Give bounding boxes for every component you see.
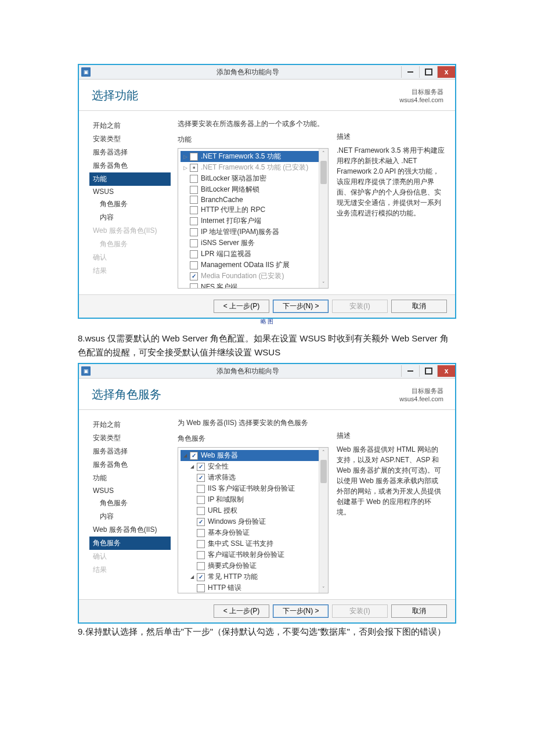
description-text: Web 服务器提供对 HTML 网站的支持，以及对 ASP.NET、ASP 和 …: [337, 444, 445, 517]
roles-heading: 角色服务: [178, 434, 329, 444]
instruction-text: 选择要安装在所选服务器上的一个或多个功能。: [178, 119, 329, 129]
sidebar-item-disabled: 确认: [89, 550, 171, 563]
instruction-text: 为 Web 服务器(IIS) 选择要安装的角色服务: [178, 418, 329, 428]
role-item[interactable]: 客户端证书映射身份验证: [181, 549, 326, 560]
role-item[interactable]: 安全性: [181, 461, 326, 472]
description-text: .NET Framework 3.5 将用于构建应用程序的新技术融入 .NET …: [337, 145, 445, 218]
maximize-button[interactable]: [419, 365, 437, 377]
features-listbox[interactable]: .NET Framework 3.5 功能 .NET Framework 4.5…: [178, 148, 329, 289]
role-item[interactable]: Windows 身份验证: [181, 516, 326, 527]
target-server-label: 目标服务器: [399, 387, 443, 395]
feature-item[interactable]: HTTP 代理上的 RPC: [181, 204, 326, 215]
role-item[interactable]: 基本身份验证: [181, 527, 326, 538]
scrollbar[interactable]: ˄˅: [319, 448, 328, 593]
sidebar-item[interactable]: 服务器角色: [89, 458, 171, 471]
sidebar-item-disabled: Web 服务器角色(IIS): [89, 224, 171, 237]
role-item[interactable]: IP 和域限制: [181, 494, 326, 505]
feature-item-selected[interactable]: .NET Framework 3.5 功能: [181, 151, 326, 162]
sidebar-item[interactable]: 服务器角色: [89, 159, 171, 172]
sidebar-item[interactable]: 内容: [89, 211, 171, 224]
titlebar: ▣ 添加角色和功能向导 x: [79, 364, 455, 379]
install-button: 安装(I): [332, 604, 388, 618]
feature-item[interactable]: BitLocker 网络解锁: [181, 184, 326, 195]
sidebar-item[interactable]: 内容: [89, 510, 171, 523]
wizard-select-features: ▣ 添加角色和功能向导 x 选择功能 目标服务器 wsus4.feel.com …: [78, 64, 456, 319]
document-paragraph-8: 8.wsus 仅需要默认的 Web Server 角色配置。如果在设置 WSUS…: [78, 332, 456, 359]
sidebar-item[interactable]: 安装类型: [89, 132, 171, 146]
maximize-button[interactable]: [419, 66, 437, 78]
sidebar-item[interactable]: WSUS: [89, 186, 171, 197]
sidebar-item-disabled: 角色服务: [89, 237, 171, 251]
wizard-footer: < 上一步(P) 下一步(N) > 安装(I) 取消: [79, 294, 455, 318]
app-icon: ▣: [81, 67, 91, 77]
window-title: 添加角色和功能向导: [94, 366, 401, 376]
role-item[interactable]: 常见 HTTP 功能: [181, 571, 326, 582]
role-item[interactable]: 请求筛选: [181, 472, 326, 483]
sidebar-item[interactable]: 服务器选择: [89, 445, 171, 458]
sidebar-item[interactable]: 角色服务: [89, 496, 171, 510]
role-item[interactable]: URL 授权: [181, 505, 326, 516]
install-button: 安装(I): [332, 300, 388, 313]
page-title: 选择功能: [92, 88, 138, 103]
wizard-sidebar: 开始之前 安装类型 服务器选择 服务器角色 功能 WSUS 角色服务 内容 We…: [79, 410, 174, 599]
sidebar-item-disabled: 结果: [89, 264, 171, 278]
wizard-select-role-services: ▣ 添加角色和功能向导 x 选择角色服务 目标服务器 wsus4.feel.co…: [78, 363, 456, 624]
window-title: 添加角色和功能向导: [94, 67, 401, 77]
role-item[interactable]: IIS 客户端证书映射身份验证: [181, 483, 326, 494]
page-title: 选择角色服务: [92, 387, 161, 402]
document-paragraph-9: 9.保持默认选择，然后单击"下一步"（保持默认勾选，不要勾选"数据库"，否则会报…: [78, 625, 456, 639]
feature-item[interactable]: iSNS Server 服务: [181, 237, 326, 249]
feature-item[interactable]: NFS 客户端: [181, 282, 326, 289]
feature-item[interactable]: LPR 端口监视器: [181, 249, 326, 260]
sidebar-item[interactable]: 功能: [89, 471, 171, 485]
target-server-value: wsus4.feel.com: [399, 96, 443, 103]
previous-button[interactable]: < 上一步(P): [214, 300, 269, 313]
target-server-value: wsus4.feel.com: [399, 395, 443, 402]
minimize-button[interactable]: [401, 66, 419, 78]
sidebar-item[interactable]: 服务器选择: [89, 146, 171, 159]
role-item-selected[interactable]: Web 服务器: [181, 450, 326, 461]
titlebar: ▣ 添加角色和功能向导 x: [79, 65, 455, 80]
feature-item[interactable]: BranchCache: [181, 195, 326, 204]
app-icon: ▣: [81, 366, 91, 376]
feature-item[interactable]: .NET Framework 4.5 功能 (已安装): [181, 162, 326, 173]
sidebar-item[interactable]: 安装类型: [89, 431, 171, 445]
target-server-label: 目标服务器: [399, 88, 443, 96]
feature-item[interactable]: Media Foundation (已安装): [181, 271, 326, 282]
sidebar-item[interactable]: WSUS: [89, 485, 171, 496]
feature-item[interactable]: Management OData IIS 扩展: [181, 260, 326, 271]
close-button[interactable]: x: [437, 66, 455, 78]
minimize-button[interactable]: [401, 365, 419, 377]
feature-item[interactable]: IP 地址管理(IPAM)服务器: [181, 226, 326, 237]
sidebar-item[interactable]: Web 服务器角色(IIS): [89, 523, 171, 537]
sidebar-item-selected[interactable]: 功能: [89, 172, 171, 186]
next-button[interactable]: 下一步(N) >: [273, 300, 329, 313]
close-button[interactable]: x: [437, 365, 455, 377]
role-item[interactable]: HTTP 错误: [181, 582, 326, 593]
role-item[interactable]: 集中式 SSL 证书支持: [181, 538, 326, 549]
figure-caption: 略 图: [78, 318, 456, 326]
scrollbar[interactable]: ˄˅: [319, 149, 328, 288]
sidebar-item[interactable]: 开始之前: [89, 119, 171, 132]
description-heading: 描述: [337, 431, 445, 441]
feature-item[interactable]: BitLocker 驱动器加密: [181, 173, 326, 184]
cancel-button[interactable]: 取消: [391, 300, 447, 313]
feature-item[interactable]: Internet 打印客户端: [181, 215, 326, 226]
next-button[interactable]: 下一步(N) >: [273, 604, 329, 618]
sidebar-item[interactable]: 角色服务: [89, 197, 171, 211]
sidebar-item-disabled: 确认: [89, 251, 171, 264]
previous-button[interactable]: < 上一步(P): [214, 604, 269, 618]
description-heading: 描述: [337, 132, 445, 142]
features-heading: 功能: [178, 135, 329, 145]
role-item[interactable]: 摘要式身份验证: [181, 560, 326, 571]
wizard-footer: < 上一步(P) 下一步(N) > 安装(I) 取消: [79, 599, 455, 622]
roles-listbox[interactable]: Web 服务器 安全性 请求筛选 IIS 客户端证书映射身份验证 IP 和域限制…: [178, 447, 329, 593]
sidebar-item-disabled: 结果: [89, 563, 171, 577]
sidebar-item[interactable]: 开始之前: [89, 418, 171, 431]
wizard-sidebar: 开始之前 安装类型 服务器选择 服务器角色 功能 WSUS 角色服务 内容 We…: [79, 111, 174, 294]
cancel-button[interactable]: 取消: [391, 604, 447, 618]
sidebar-item-selected[interactable]: 角色服务: [89, 537, 171, 550]
